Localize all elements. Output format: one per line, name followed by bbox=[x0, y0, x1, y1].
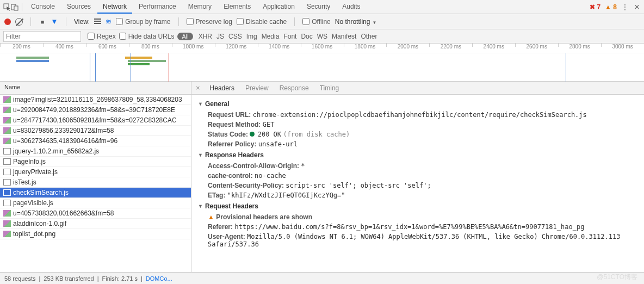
request-row[interactable]: image?imglist=3210116116_2698637809_58,3… bbox=[0, 95, 191, 105]
finish-time: Finish: 2.71 s bbox=[102, 275, 138, 282]
tab-console[interactable]: Console bbox=[26, 1, 60, 14]
hide-data-urls-checkbox[interactable]: Hide data URLs bbox=[119, 33, 175, 40]
offline-checkbox[interactable]: Offline bbox=[302, 18, 330, 26]
timeline-tick: 1400 ms bbox=[258, 44, 301, 53]
request-row[interactable]: u=2847717430,1606509281&fm=58&s=0272C832… bbox=[0, 115, 191, 126]
request-row[interactable]: aladdinIcon-1.0.gif bbox=[0, 219, 191, 229]
detail-tab-response[interactable]: Response bbox=[274, 82, 314, 94]
warning-badge[interactable]: ▲ 8 bbox=[605, 3, 617, 11]
response-headers-section-header[interactable]: Response Headers bbox=[198, 151, 637, 159]
filter-input[interactable] bbox=[3, 31, 81, 42]
filter-type-js[interactable]: JS bbox=[214, 32, 226, 41]
request-name: aladdinIcon-1.0.gif bbox=[13, 220, 66, 227]
clear-button[interactable] bbox=[15, 18, 23, 26]
filter-bar: Regex Hide data URLs All XHRJSCSSImgMedi… bbox=[0, 29, 644, 44]
timeline-tick: 200 ms bbox=[0, 44, 43, 53]
request-row[interactable]: u=3062734635,4183904616&fm=96 bbox=[0, 136, 191, 146]
request-row[interactable]: pageVisible.js bbox=[0, 198, 191, 208]
request-name: u=830279856,2339290172&fm=58 bbox=[13, 127, 114, 134]
filter-type-all[interactable]: All bbox=[177, 33, 193, 40]
screenshot-icon[interactable] bbox=[39, 18, 46, 26]
timeline-tick: 1200 ms bbox=[215, 44, 258, 53]
request-row[interactable]: u=830279856,2339290172&fm=58 bbox=[0, 126, 191, 136]
preserve-log-checkbox[interactable]: Preserve log bbox=[187, 18, 232, 26]
request-row[interactable]: isTest.js bbox=[0, 177, 191, 188]
image-file-icon bbox=[3, 210, 11, 217]
tab-sources[interactable]: Sources bbox=[61, 1, 96, 14]
timeline-overview[interactable]: 200 ms400 ms600 ms800 ms1000 ms1200 ms14… bbox=[0, 44, 644, 82]
request-name: PageInfo.js bbox=[13, 158, 46, 165]
request-row[interactable]: checkSimSearch.js bbox=[0, 188, 191, 198]
status-bar: 58 requests | 253 KB transferred | Finis… bbox=[0, 272, 644, 284]
throttling-dropdown[interactable]: No throttling bbox=[335, 18, 377, 26]
image-file-icon bbox=[3, 96, 11, 103]
filter-type-font[interactable]: Font bbox=[281, 32, 299, 41]
image-file-icon bbox=[3, 231, 11, 237]
filter-type-img[interactable]: Img bbox=[244, 32, 259, 41]
tab-memory[interactable]: Memory bbox=[183, 1, 217, 14]
request-name: toplist_dot.png bbox=[13, 230, 55, 238]
disable-cache-checkbox[interactable]: Disable cache bbox=[237, 18, 287, 26]
script-file-icon bbox=[3, 169, 11, 175]
request-url-value: chrome-extension://pioclpoplcdbaefihamjo… bbox=[253, 111, 587, 119]
device-toggle-icon[interactable] bbox=[11, 3, 18, 11]
filter-type-manifest[interactable]: Manifest bbox=[330, 32, 358, 41]
request-row[interactable]: toplist_dot.png bbox=[0, 229, 191, 239]
request-name: u=4057308320,801662663&fm=58 bbox=[13, 209, 114, 217]
request-row[interactable]: PageInfo.js bbox=[0, 157, 191, 167]
close-devtools-icon[interactable]: ✕ bbox=[633, 3, 641, 11]
more-icon[interactable]: ⋮ bbox=[621, 3, 629, 11]
tab-elements[interactable]: Elements bbox=[218, 1, 256, 14]
group-by-frame-checkbox[interactable]: Group by frame bbox=[116, 18, 170, 26]
list-view-icon[interactable] bbox=[94, 18, 101, 24]
request-row[interactable]: jqueryPrivate.js bbox=[0, 167, 191, 177]
request-row[interactable]: jquery-1.10.2.min_65682a2.js bbox=[0, 146, 191, 157]
waterfall-view-icon[interactable]: ≋ bbox=[106, 17, 112, 26]
image-file-icon bbox=[3, 220, 11, 227]
inspect-icon[interactable] bbox=[3, 3, 11, 11]
filter-type-doc[interactable]: Doc bbox=[299, 32, 314, 41]
image-file-icon bbox=[3, 117, 11, 124]
filter-type-css[interactable]: CSS bbox=[226, 32, 244, 41]
tab-network[interactable]: Network bbox=[97, 1, 132, 14]
tab-application[interactable]: Application bbox=[257, 1, 300, 14]
timeline-tick: 1600 ms bbox=[301, 44, 344, 53]
timeline-tick: 1800 ms bbox=[344, 44, 387, 53]
tab-security[interactable]: Security bbox=[301, 1, 336, 14]
image-file-icon bbox=[3, 138, 11, 144]
request-method-value: GET bbox=[263, 121, 275, 128]
record-button[interactable] bbox=[4, 18, 11, 25]
regex-checkbox[interactable]: Regex bbox=[88, 33, 116, 40]
timeline-tick: 2800 ms bbox=[558, 44, 601, 53]
filter-type-xhr[interactable]: XHR bbox=[196, 32, 214, 41]
error-badge[interactable]: ✖ 7 bbox=[590, 3, 600, 11]
timeline-tick: 600 ms bbox=[86, 44, 129, 53]
provisional-headers-warning: Provisional headers are shown bbox=[216, 213, 312, 221]
detail-tab-headers[interactable]: Headers bbox=[205, 82, 240, 94]
tab-audits[interactable]: Audits bbox=[337, 1, 366, 14]
request-name: image?imglist=3210116116_2698637809_58,3… bbox=[13, 96, 182, 103]
filter-type-ws[interactable]: WS bbox=[315, 32, 330, 41]
script-file-icon bbox=[3, 189, 11, 196]
request-row[interactable]: u=4057308320,801662663&fm=58 bbox=[0, 208, 191, 219]
filter-type-media[interactable]: Media bbox=[259, 32, 282, 41]
referer-value: https://www.baidu.com/s?f=8&rsv_bp=1&rsv… bbox=[234, 223, 584, 231]
status-code-value: 200 OK bbox=[258, 131, 281, 138]
general-section-header[interactable]: General bbox=[198, 100, 637, 108]
timeline-tick: 400 ms bbox=[43, 44, 86, 53]
request-name: pageVisible.js bbox=[13, 199, 53, 207]
timeline-tick: 3000 ms bbox=[601, 44, 644, 53]
request-name: isTest.js bbox=[13, 178, 36, 186]
tab-performance[interactable]: Performance bbox=[133, 1, 182, 14]
detail-tab-timing[interactable]: Timing bbox=[314, 82, 345, 94]
detail-tab-preview[interactable]: Preview bbox=[240, 82, 274, 94]
filter-type-other[interactable]: Other bbox=[358, 32, 379, 41]
close-detail-icon[interactable]: × bbox=[191, 84, 205, 92]
watermark: @51CTO博客 bbox=[597, 273, 637, 282]
warning-icon: ▲ bbox=[208, 213, 214, 221]
request-headers-section-header[interactable]: Request Headers bbox=[198, 202, 637, 210]
request-row[interactable]: u=2920084749,2018893236&fm=58&s=39C71872… bbox=[0, 105, 191, 115]
request-name: u=2847717430,1606509281&fm=58&s=0272C832… bbox=[13, 116, 177, 124]
name-column-header[interactable]: Name bbox=[0, 82, 191, 95]
filter-icon[interactable]: ▼ bbox=[51, 18, 58, 26]
